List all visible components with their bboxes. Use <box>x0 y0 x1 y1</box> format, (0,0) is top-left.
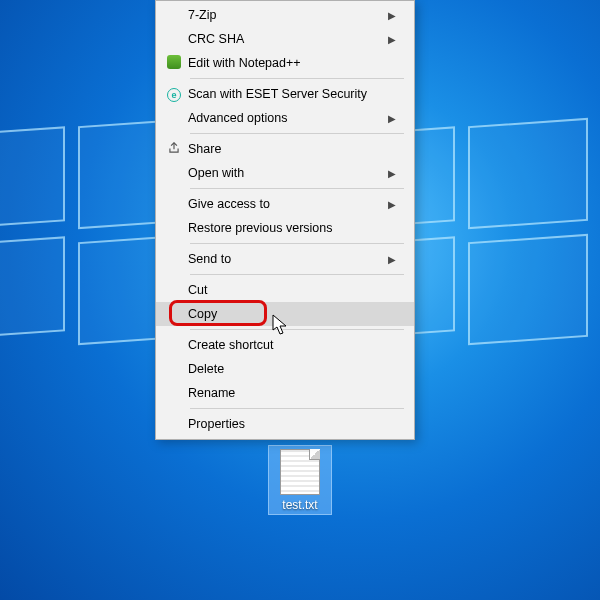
eset-icon: e <box>164 87 184 102</box>
menu-label: Create shortcut <box>184 338 396 352</box>
menu-label: Edit with Notepad++ <box>184 56 396 70</box>
menu-item-give-access[interactable]: Give access to ▶ <box>156 192 414 216</box>
chevron-right-icon: ▶ <box>388 113 396 124</box>
menu-item-advanced-options[interactable]: Advanced options ▶ <box>156 106 414 130</box>
chevron-right-icon: ▶ <box>388 34 396 45</box>
menu-separator <box>190 408 404 409</box>
menu-separator <box>190 274 404 275</box>
menu-label: Send to <box>184 252 388 266</box>
share-icon <box>164 141 184 158</box>
chevron-right-icon: ▶ <box>388 168 396 179</box>
menu-item-notepadpp[interactable]: Edit with Notepad++ <box>156 51 414 75</box>
menu-item-7zip[interactable]: 7-Zip ▶ <box>156 3 414 27</box>
menu-item-cut[interactable]: Cut <box>156 278 414 302</box>
menu-label: Restore previous versions <box>184 221 396 235</box>
menu-label: Rename <box>184 386 396 400</box>
text-file-icon <box>280 449 320 495</box>
menu-label: Scan with ESET Server Security <box>184 87 396 101</box>
menu-label: Cut <box>184 283 396 297</box>
menu-separator <box>190 188 404 189</box>
menu-separator <box>190 78 404 79</box>
menu-label: Share <box>184 142 396 156</box>
menu-item-eset-scan[interactable]: e Scan with ESET Server Security <box>156 82 414 106</box>
chevron-right-icon: ▶ <box>388 254 396 265</box>
menu-item-rename[interactable]: Rename <box>156 381 414 405</box>
menu-item-delete[interactable]: Delete <box>156 357 414 381</box>
desktop-file[interactable]: test.txt <box>268 445 332 515</box>
chevron-right-icon: ▶ <box>388 10 396 21</box>
menu-label: Advanced options <box>184 111 388 125</box>
menu-separator <box>190 243 404 244</box>
menu-item-crcsha[interactable]: CRC SHA ▶ <box>156 27 414 51</box>
menu-item-send-to[interactable]: Send to ▶ <box>156 247 414 271</box>
menu-separator <box>190 329 404 330</box>
menu-label: Open with <box>184 166 388 180</box>
menu-item-share[interactable]: Share <box>156 137 414 161</box>
menu-label: Properties <box>184 417 396 431</box>
menu-label: Delete <box>184 362 396 376</box>
menu-label: Give access to <box>184 197 388 211</box>
menu-label: Copy <box>184 307 396 321</box>
menu-item-create-shortcut[interactable]: Create shortcut <box>156 333 414 357</box>
notepadpp-icon <box>164 55 184 72</box>
menu-item-restore-versions[interactable]: Restore previous versions <box>156 216 414 240</box>
menu-item-properties[interactable]: Properties <box>156 412 414 436</box>
menu-label: 7-Zip <box>184 8 388 22</box>
menu-item-open-with[interactable]: Open with ▶ <box>156 161 414 185</box>
desktop-file-label: test.txt <box>271 498 329 512</box>
menu-separator <box>190 133 404 134</box>
menu-item-copy[interactable]: Copy <box>156 302 414 326</box>
menu-label: CRC SHA <box>184 32 388 46</box>
windows-desktop: test.txt 7-Zip ▶ CRC SHA ▶ Edit with Not… <box>0 0 600 600</box>
context-menu: 7-Zip ▶ CRC SHA ▶ Edit with Notepad++ e … <box>155 0 415 440</box>
chevron-right-icon: ▶ <box>388 199 396 210</box>
